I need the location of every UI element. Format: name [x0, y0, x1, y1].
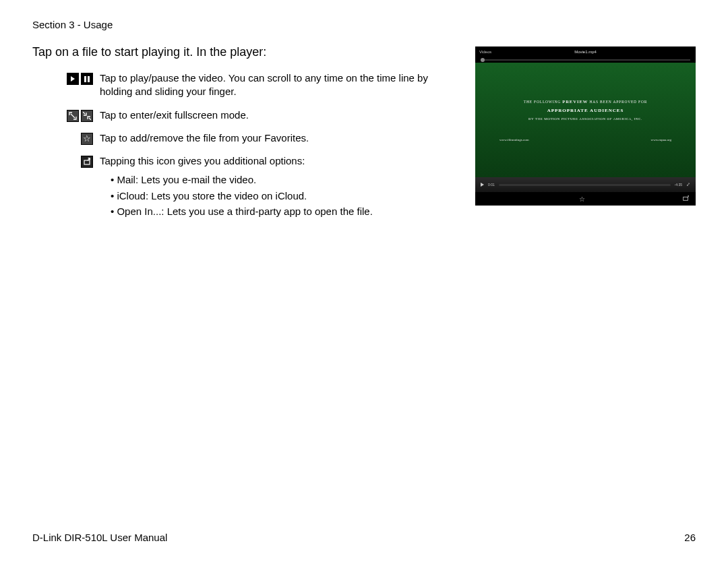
url-filmratings: www.filmratings.com	[499, 138, 529, 142]
option-mail: • Mail: Lets you e-mail the video.	[111, 172, 458, 187]
video-player-screenshot: Videos Movie1.mp4 THE FOLLOWING PREVIEW …	[475, 46, 696, 206]
favorite-star-icon: ☆	[81, 133, 93, 145]
time-remaining: -4:35	[675, 183, 682, 187]
page-number: 26	[684, 532, 696, 543]
svg-rect-0	[84, 160, 90, 164]
video-title: Movie1.mp4	[520, 50, 651, 54]
intro-text: Tap on a file to start playing it. In th…	[32, 45, 458, 59]
player-share-icon	[682, 195, 689, 203]
exit-fullscreen-icon	[81, 110, 93, 122]
option-open-in: • Open In...: Lets you use a third-party…	[111, 204, 458, 219]
share-icon	[81, 156, 93, 168]
player-fullscreen-icon: ⤢	[686, 182, 690, 187]
time-elapsed: 0:01	[488, 183, 495, 187]
footer-manual-title: D-Link DIR-510L User Manual	[32, 532, 167, 543]
play-icon	[67, 73, 79, 85]
desc-fullscreen: Tap to enter/exit fullscreen mode.	[100, 108, 458, 122]
pause-icon	[81, 73, 93, 85]
player-play-icon	[481, 183, 484, 187]
preview-line1: THE FOLLOWING PREVIEW HAS BEEN APPROVED …	[524, 99, 647, 104]
progress-track	[499, 184, 671, 186]
desc-share: Tapping this icon gives you additional o…	[100, 154, 458, 219]
desc-play-pause: Tap to play/pause the video. You can scr…	[100, 71, 458, 99]
option-icloud: • iCloud: Lets you store the video on iC…	[111, 188, 458, 204]
desc-favorites: Tap to add/remove the file from your Fav…	[100, 131, 458, 145]
back-label: Videos	[479, 50, 520, 54]
url-mpaa: www.mpaa.org	[651, 138, 671, 142]
enter-fullscreen-icon	[67, 110, 79, 122]
section-header: Section 3 - Usage	[32, 19, 696, 30]
svg-rect-1	[684, 197, 688, 200]
preview-line3: BY THE MOTION PICTURE ASSOCIATION OF AME…	[528, 117, 642, 121]
preview-line2: APPROPRIATE AUDIENCES	[547, 108, 624, 113]
player-star-icon: ☆	[482, 195, 682, 203]
